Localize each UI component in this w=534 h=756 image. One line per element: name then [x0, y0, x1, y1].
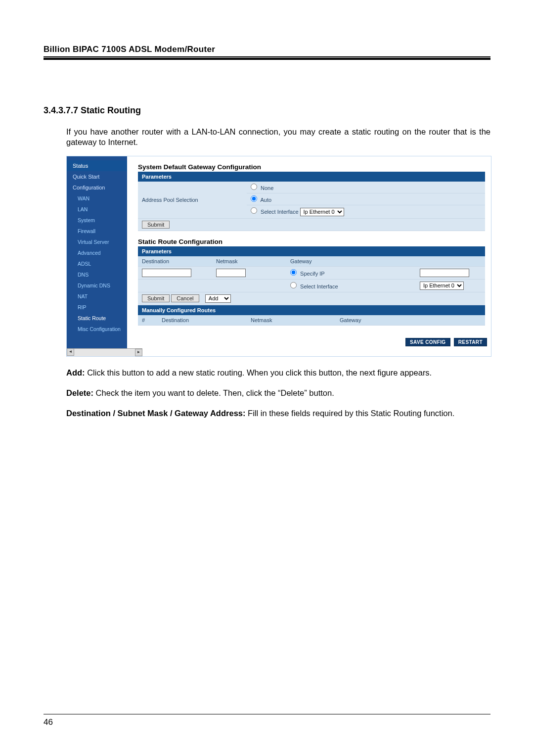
col-gateway: Gateway — [286, 256, 416, 267]
radio-select-interface[interactable] — [251, 207, 257, 214]
gateway-ip-input[interactable] — [420, 269, 469, 277]
gateway-params-table: Address Pool Selection None Auto — [138, 182, 485, 231]
gateway-parameters-bar: Parameters — [138, 172, 485, 182]
route-submit-button[interactable]: Submit — [142, 294, 170, 302]
route-cancel-button[interactable]: Cancel — [171, 294, 199, 302]
add-label: Add: — [66, 368, 85, 377]
doc-header-title: Billion BIPAC 7100S ADSL Modem/Router — [44, 45, 490, 54]
intro-paragraph: If you have another router with a LAN-to… — [66, 127, 490, 147]
sidebar-item-configuration[interactable]: Configuration — [67, 182, 127, 193]
radio-auto[interactable] — [251, 195, 257, 202]
radio-none-label: None — [261, 185, 273, 191]
sidebar-item-virtual-server[interactable]: Virtual Server — [67, 236, 127, 247]
delete-paragraph: Delete: Check the item you want to delet… — [66, 388, 490, 398]
col-num: # — [138, 315, 158, 326]
radio-specify-ip-label: Specify IP — [300, 271, 325, 277]
col-netmask: Netmask — [212, 256, 286, 267]
sidebar-item-dynamic-dns[interactable]: Dynamic DNS — [67, 280, 127, 291]
static-route-table: Destination Netmask Gateway Specify IP — [138, 256, 485, 305]
destination-paragraph: Destination / Subnet Mask / Gateway Addr… — [66, 408, 490, 419]
netmask-input[interactable] — [216, 269, 246, 277]
col-destination: Destination — [138, 256, 212, 267]
sidebar-item-firewall[interactable]: Firewall — [67, 226, 127, 236]
sidebar-item-nat[interactable]: NAT — [67, 291, 127, 302]
gateway-submit-button[interactable]: Submit — [142, 221, 170, 229]
sidebar-item-lan[interactable]: LAN — [67, 204, 127, 215]
dest-label: Destination / Subnet Mask / Gateway Addr… — [66, 409, 245, 418]
radio-route-select-interface[interactable] — [290, 282, 297, 288]
static-route-parameters-bar: Parameters — [138, 246, 485, 256]
address-pool-selection-label: Address Pool Selection — [138, 182, 247, 218]
dest-text: Fill in these fields required by this St… — [245, 409, 454, 418]
route-interface-select[interactable]: Ip Ethernet 0 — [420, 282, 464, 290]
horizontal-scrollbar[interactable]: ► — [74, 348, 142, 356]
radio-none[interactable] — [251, 184, 257, 190]
gateway-config-title: System Default Gateway Configuration — [138, 163, 485, 171]
gateway-interface-select[interactable]: Ip Ethernet 0 — [300, 208, 344, 216]
sidebar-item-adsl[interactable]: ADSL — [67, 258, 127, 269]
manual-routes-bar: Manually Configured Routes — [138, 305, 485, 315]
delete-label: Delete: — [66, 388, 93, 397]
route-action-select[interactable]: Add — [205, 294, 231, 303]
scroll-left-icon[interactable]: ◄ — [67, 348, 74, 356]
sidebar-item-system[interactable]: System — [67, 215, 127, 226]
sidebar-nav: Status Quick Start Configuration WAN LAN… — [67, 156, 127, 348]
page-footer: 46 — [44, 714, 490, 727]
radio-auto-label: Auto — [260, 197, 271, 203]
footer-divider — [44, 714, 490, 714]
manual-routes-table: # Destination Netmask Gateway — [138, 315, 485, 326]
delete-text: Check the item you want to delete. Then,… — [93, 388, 334, 397]
header-divider — [44, 56, 490, 60]
sidebar-item-misc-config[interactable]: Misc Configuration — [67, 324, 127, 334]
sidebar-item-dns[interactable]: DNS — [67, 269, 127, 280]
sidebar-item-status[interactable]: Status — [67, 160, 127, 171]
col-dest-2: Destination — [158, 315, 247, 326]
restart-button[interactable]: RESTART — [454, 338, 487, 346]
destination-input[interactable] — [142, 269, 191, 277]
sidebar-item-wan[interactable]: WAN — [67, 193, 127, 204]
col-gateway-2: Gateway — [336, 315, 485, 326]
radio-select-interface-label: Select Interface — [261, 209, 298, 215]
radio-route-select-interface-label: Select Interface — [300, 284, 338, 289]
radio-specify-ip[interactable] — [290, 269, 297, 276]
page-number: 46 — [44, 717, 490, 727]
section-heading: 3.4.3.7.7 Static Routing — [44, 105, 490, 116]
sidebar-item-static-route[interactable]: Static Route — [67, 313, 127, 324]
scroll-right-icon[interactable]: ► — [135, 349, 142, 356]
add-paragraph: Add: Click this button to add a new stat… — [66, 368, 490, 378]
sidebar-item-rip[interactable]: RIP — [67, 302, 127, 313]
router-ui-screenshot: Status Quick Start Configuration WAN LAN… — [66, 156, 491, 357]
save-config-button[interactable]: SAVE CONFIG — [405, 338, 450, 346]
content-pane: System Default Gateway Configuration Par… — [127, 156, 491, 348]
sidebar-item-quick-start[interactable]: Quick Start — [67, 171, 127, 182]
static-route-title: Static Route Configuration — [138, 238, 485, 245]
add-text: Click this button to add a new static ro… — [85, 368, 432, 377]
sidebar-item-advanced[interactable]: Advanced — [67, 247, 127, 258]
col-netmask-2: Netmask — [247, 315, 336, 326]
